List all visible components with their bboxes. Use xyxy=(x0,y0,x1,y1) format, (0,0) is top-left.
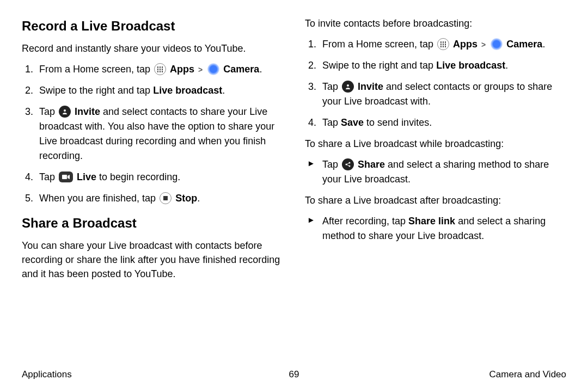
chevron-icon: > xyxy=(198,65,203,74)
step-1b: From a Home screen, tap Apps > Camera. xyxy=(305,37,566,52)
apps-icon xyxy=(437,38,449,50)
share-icon xyxy=(342,158,354,170)
step-4: Tap Live to begin recording. xyxy=(22,170,283,185)
svg-rect-1 xyxy=(62,175,67,179)
footer-page-number: 69 xyxy=(289,369,299,380)
svg-line-7 xyxy=(346,164,350,166)
arrow-list-while: Tap Share and select a sharing method to… xyxy=(305,157,566,187)
step-5: When you are finished, tap Stop. xyxy=(22,191,283,206)
svg-point-0 xyxy=(64,109,66,112)
left-column: Record a Live Broadcast Record and insta… xyxy=(22,16,283,287)
step-2b: Swipe to the right and tap Live broadcas… xyxy=(305,58,566,73)
invite-icon xyxy=(59,106,71,118)
heading-record-live: Record a Live Broadcast xyxy=(22,19,283,34)
intro-share-while: To share a Live broadcast while broadcas… xyxy=(305,137,566,151)
intro-share-broadcast: You can share your Live broadcast with c… xyxy=(22,238,283,281)
arrow-item-share: Tap Share and select a sharing method to… xyxy=(305,157,566,187)
svg-point-2 xyxy=(347,84,349,87)
step-4b: Tap Save to send invites. xyxy=(305,115,566,130)
intro-invite-before: To invite contacts before broadcasting: xyxy=(305,16,566,30)
step-1: From a Home screen, tap Apps > Camera. xyxy=(22,62,283,77)
footer-left: Applications xyxy=(22,369,72,380)
chevron-icon: > xyxy=(481,40,486,49)
right-column: To invite contacts before broadcasting: … xyxy=(305,16,566,287)
intro-share-after: To share a Live broadcast after broadcas… xyxy=(305,193,566,207)
page-footer: Applications 69 Camera and Video xyxy=(22,369,566,380)
step-3b: Tap Invite and select contacts or groups… xyxy=(305,79,566,109)
heading-share-broadcast: Share a Broadcast xyxy=(22,216,283,231)
camera-icon xyxy=(491,38,503,50)
footer-right: Camera and Video xyxy=(489,369,566,380)
apps-icon xyxy=(154,63,166,75)
arrow-item-share-link: After recording, tap Share link and sele… xyxy=(305,214,566,243)
invite-icon xyxy=(342,81,354,93)
stop-icon xyxy=(160,192,171,204)
camera-icon xyxy=(207,63,219,75)
step-2: Swipe to the right and tap Live broadcas… xyxy=(22,83,283,98)
steps-record-live: From a Home screen, tap Apps > Camera. S… xyxy=(22,62,283,206)
live-icon xyxy=(59,171,73,182)
steps-invite-before: From a Home screen, tap Apps > Camera. S… xyxy=(305,37,566,130)
step-3: Tap Invite and select contacts to share … xyxy=(22,105,283,163)
intro-record-live: Record and instantly share your videos t… xyxy=(22,41,283,56)
svg-line-6 xyxy=(346,163,350,164)
arrow-list-after: After recording, tap Share link and sele… xyxy=(305,214,566,243)
